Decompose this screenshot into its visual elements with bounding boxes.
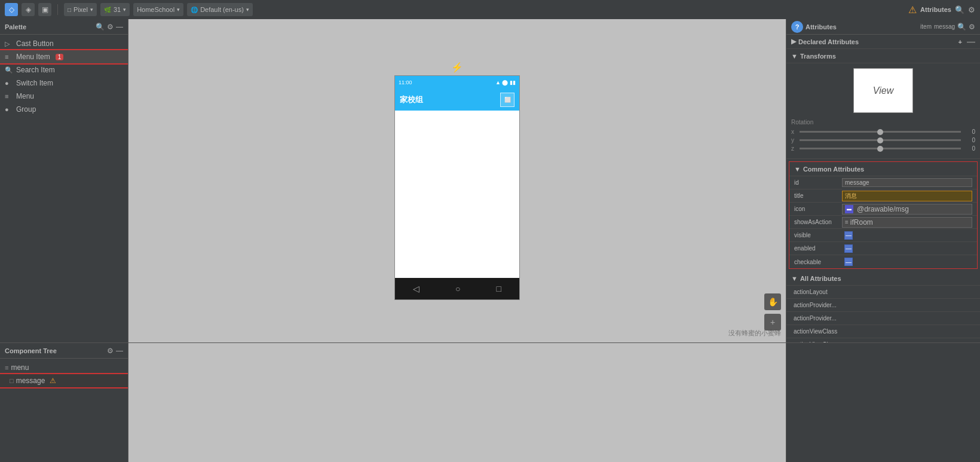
gear-icon-attrs[interactable]: ⚙ [969, 23, 975, 31]
zoom-in-btn[interactable]: + [764, 314, 781, 331]
component-tree-content: ≡ menu □ message ⚠ [0, 359, 128, 462]
visible-checkbox[interactable]: — [844, 231, 853, 240]
attr-val-checkable[interactable]: — [842, 257, 972, 267]
device-label: Pixel [74, 6, 88, 13]
enabled-checkbox[interactable]: — [844, 244, 853, 253]
palette-items-list: ▷ Cast Button ≡ Menu Item 1 🔍 Search Ite… [0, 35, 128, 342]
rotation-x-slider[interactable] [800, 131, 961, 133]
palette-item-search-item[interactable]: 🔍 Search Item [0, 63, 128, 77]
rotation-z-slider[interactable] [800, 148, 961, 149]
show-as-action-icon: ≡ [845, 219, 849, 225]
attr-key-show-as-action: showAsAction [794, 219, 842, 225]
rotation-y-slider[interactable] [800, 139, 961, 141]
gear-icon-palette[interactable]: ⚙ [107, 23, 114, 31]
design-tool-btn[interactable]: ◇ [5, 3, 18, 16]
declared-attributes-header[interactable]: ▶ Declared Attributes + — [786, 35, 980, 49]
phone-back-btn[interactable]: ◁ [413, 284, 419, 293]
phone-nav-bar: ◁ ○ □ [395, 278, 519, 299]
locale-selector[interactable]: 🌐 Default (en-us) ▾ [187, 3, 253, 16]
phone-mockup: 11:00 ▲ ⬤ ▮▮ 家校组 ⬜ ◁ ○ □ [394, 75, 520, 300]
all-attr-key-1: actionProvider... [794, 302, 837, 308]
cast-button-icon: ▷ [5, 40, 13, 48]
palette-item-menu-item[interactable]: ≡ Menu Item 1 [0, 50, 128, 63]
search-icon[interactable]: 🔍 [955, 5, 964, 14]
hand-tool-btn[interactable]: ✋ [764, 293, 781, 310]
attr-val-visible[interactable]: — [842, 231, 972, 240]
rotation-label: Rotation [791, 119, 813, 126]
api-level-selector[interactable]: 🌿 31 ▾ [100, 3, 130, 16]
phone-recent-btn[interactable]: □ [497, 284, 501, 293]
item-type-label: item [920, 23, 932, 30]
tree-item-message-label: message [16, 377, 45, 385]
attributes-panel: ? Attributes item messag 🔍 ⚙ ▶ Declared … [786, 19, 980, 342]
attributes-bottom [786, 343, 980, 462]
transforms-section: View Rotation x 0 y 0 [786, 63, 980, 159]
palette-item-menu[interactable]: ≡ Menu [0, 90, 128, 103]
phone-status-icons: ▲ ⬤ ▮▮ [495, 79, 516, 85]
drawable-icon: ▬ [845, 205, 853, 213]
info-button[interactable]: ? [791, 21, 803, 33]
attr-val-title[interactable]: 消息 [842, 191, 972, 201]
show-as-action-value: ifRoom [850, 218, 873, 227]
phone-time: 11:00 [399, 79, 412, 85]
minus-icon-tree[interactable]: — [116, 347, 123, 355]
all-attributes-header[interactable]: ▼ All Attributes [786, 271, 980, 286]
palette-title: Palette [5, 23, 93, 30]
rotation-z-value: 0 [963, 145, 975, 152]
attr-row-checkable: checkable — [789, 255, 977, 268]
tree-item-menu-label: menu [11, 363, 29, 372]
attr-val-icon[interactable]: ▬ @drawable/msg [842, 204, 972, 215]
design-area: ⚡ 11:00 ▲ ⬤ ▮▮ 家校组 ⬜ ◁ ○ □ [128, 19, 786, 342]
palette-item-label: Cast Button [16, 39, 54, 48]
attr-val-show-as-action[interactable]: ≡ ifRoom [842, 217, 972, 228]
search-icon-palette[interactable]: 🔍 [96, 23, 105, 31]
project-label: HomeSchool [137, 6, 174, 13]
close-icon-palette[interactable]: — [116, 23, 123, 31]
chevron-down-icon-api: ▾ [123, 7, 126, 13]
palette-item-cast-button[interactable]: ▷ Cast Button [0, 37, 128, 50]
attributes-label: Attributes [920, 6, 951, 13]
minus-declared-attr-btn[interactable]: — [967, 37, 975, 47]
topbar-right: ⚠ Attributes 🔍 ⚙ [908, 4, 975, 16]
gear-icon-tree[interactable]: ⚙ [107, 347, 114, 355]
phone-connector: ⚡ [451, 62, 463, 73]
tree-item-message[interactable]: □ message ⚠ [0, 374, 128, 387]
view-label: View [873, 85, 893, 96]
project-selector[interactable]: HomeSchool ▾ [133, 3, 183, 16]
gear-icon[interactable]: ⚙ [968, 5, 975, 14]
code-tool-btn[interactable]: ▣ [38, 3, 51, 16]
common-attributes-label: Common Attributes [803, 166, 864, 173]
transforms-header[interactable]: ▼ Transforms [786, 49, 980, 63]
search-icon-attrs[interactable]: 🔍 [957, 23, 966, 31]
rotation-y-row: y 0 [791, 137, 975, 143]
add-declared-attr-btn[interactable]: + [958, 38, 962, 45]
api-level-label: 31 [114, 6, 121, 13]
tree-menu-icon: ≡ [5, 364, 8, 371]
checkable-checkbox[interactable]: — [844, 258, 853, 266]
palette-item-group[interactable]: ● Group [0, 103, 128, 116]
drawable-value: @drawable/msg [857, 205, 909, 213]
attr-val-enabled[interactable]: — [842, 244, 972, 253]
switch-item-icon: ● [5, 79, 13, 87]
tree-item-menu[interactable]: ≡ menu [0, 361, 128, 374]
blueprint-tool-btn[interactable]: ◈ [22, 3, 35, 16]
chevron-down-icon-locale: ▾ [246, 7, 249, 13]
phone-status-bar: 11:00 ▲ ⬤ ▮▮ [395, 76, 519, 89]
chevron-down-icon-common: ▼ [794, 166, 801, 173]
palette-item-switch-item[interactable]: ● Switch Item [0, 77, 128, 90]
phone-home-btn[interactable]: ○ [455, 284, 460, 293]
chevron-down-icon: ▾ [90, 7, 93, 13]
attr-row-visible: visible — [789, 229, 977, 242]
phone-content-area [395, 111, 519, 278]
declared-attributes-label: Declared Attributes [798, 38, 859, 45]
attr-key-checkable: checkable [794, 259, 842, 265]
rotation-y-label: y [791, 137, 797, 143]
palette-item-label-menu2: Menu [16, 92, 34, 100]
device-selector[interactable]: □ Pixel ▾ [64, 3, 97, 16]
attr-row-enabled: enabled — [789, 242, 977, 255]
common-attributes-header[interactable]: ▼ Common Attributes [789, 162, 977, 176]
attr-key-visible: visible [794, 232, 842, 238]
attr-val-id[interactable]: message [842, 178, 972, 187]
phone-menu-button[interactable]: ⬜ [500, 93, 514, 107]
attributes-content: ▶ Declared Attributes + — ▼ Transforms V… [786, 35, 980, 342]
